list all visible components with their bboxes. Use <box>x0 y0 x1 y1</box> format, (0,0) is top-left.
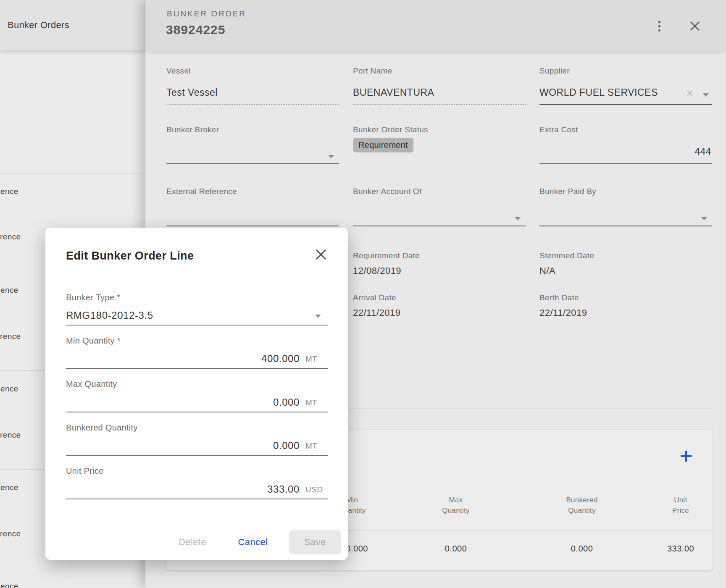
bunker-type-field[interactable]: Bunker Type * RMG180-2012-3.5 <box>66 293 328 326</box>
vessel-field: Vessel Test Vessel <box>166 66 339 105</box>
cell-bunkered-quantity: 0.000 <box>540 544 624 554</box>
stemmed-date-value: N/A <box>539 265 594 276</box>
status-badge: Requirement <box>353 138 413 152</box>
list-item[interactable]: ence <box>0 187 18 196</box>
bunker-broker-field[interactable]: Bunker Broker <box>166 125 339 164</box>
external-reference-label: External Reference <box>166 187 237 196</box>
list-divider <box>0 568 145 568</box>
bunker-paid-by-dropdown-caret-icon[interactable] <box>701 217 707 220</box>
berth-date-value: 22/11/2019 <box>539 307 587 318</box>
max-quantity-value: 0.000 <box>273 396 300 408</box>
requirement-date-value: 12/08/2019 <box>353 265 420 276</box>
cell-max-quantity: 0.000 <box>414 544 498 554</box>
bunker-account-of-field[interactable]: Bunker Account Of <box>353 187 526 226</box>
list-item[interactable]: ence <box>0 286 18 295</box>
list-item[interactable]: rence <box>0 232 21 242</box>
bunker-broker-dropdown-caret-icon[interactable] <box>328 155 334 158</box>
bunker-type-dropdown-caret-icon[interactable] <box>315 315 321 318</box>
bunkered-quantity-field[interactable]: Bunkered Quantity 0.000 MT <box>66 423 328 456</box>
bunker-type-label: Bunker Type * <box>66 293 120 302</box>
arrival-date-label: Arrival Date <box>353 293 400 302</box>
unit-price-field[interactable]: Unit Price 333.00 USD <box>66 466 328 499</box>
cell-unit-price: 333.00 <box>639 544 723 554</box>
kebab-menu-button[interactable] <box>651 18 668 34</box>
extra-cost-value: 444 <box>694 146 711 158</box>
port-name-field: Port Name BUENAVENTURA <box>353 66 526 105</box>
min-quantity-field[interactable]: Min Quantity * 400.000 MT <box>66 336 328 369</box>
port-name-label: Port Name <box>353 66 392 76</box>
extra-cost-field[interactable]: Extra Cost 444 <box>539 125 712 164</box>
bunker-account-of-dropdown-caret-icon[interactable] <box>515 217 521 220</box>
unit-price-value: 333.00 <box>267 483 300 495</box>
column-header-bunkered-quantity: Bunkered Quantity <box>540 495 624 516</box>
port-name-value: BUENAVENTURA <box>353 87 434 98</box>
supplier-dropdown-caret-icon[interactable] <box>703 93 709 97</box>
bunker-paid-by-field[interactable]: Bunker Paid By <box>539 187 712 226</box>
dialog-title: Edit Bunker Order Line <box>66 249 194 262</box>
kebab-icon <box>658 21 660 32</box>
supplier-clear-icon[interactable]: ✕ <box>686 88 694 99</box>
stemmed-date-label: Stemmed Date <box>539 251 594 260</box>
close-icon <box>689 21 700 32</box>
bunker-paid-by-label: Bunker Paid By <box>539 187 596 196</box>
close-icon <box>315 248 327 261</box>
arrival-date: Arrival Date 22/11/2019 <box>353 293 400 318</box>
list-item[interactable]: ence <box>0 582 18 588</box>
bunker-orders-header: Bunker Orders <box>0 0 145 50</box>
list-item[interactable]: rence <box>0 430 21 440</box>
cancel-button[interactable]: Cancel <box>228 530 278 554</box>
dialog-actions: Delete Cancel Save <box>45 530 348 554</box>
delete-button[interactable]: Delete <box>167 530 218 554</box>
external-reference-field[interactable]: External Reference <box>166 187 339 226</box>
extra-cost-label: Extra Cost <box>539 125 578 134</box>
bunker-order-status-label: Bunker Order Status <box>353 125 428 134</box>
list-item[interactable]: rence <box>0 529 21 538</box>
list-item[interactable]: ence <box>0 483 18 492</box>
min-quantity-value: 400.000 <box>261 353 300 365</box>
requirement-date: Requirement Date 12/08/2019 <box>353 251 420 276</box>
plus-icon <box>680 450 692 462</box>
save-button[interactable]: Save <box>289 530 341 554</box>
supplier-field[interactable]: Supplier WORLD FUEL SERVICES ✕ <box>539 66 712 105</box>
vessel-value: Test Vessel <box>166 87 218 98</box>
page-title: Bunker Orders <box>8 20 69 31</box>
bunkered-quantity-unit: MT <box>305 441 317 451</box>
berth-date: Berth Date 22/11/2019 <box>539 293 587 318</box>
bunker-order-status-field: Bunker Order Status Requirement <box>353 125 526 163</box>
requirement-date-label: Requirement Date <box>353 251 420 260</box>
screen: Bunker Orders ence rence ence rence ence… <box>0 0 726 588</box>
max-quantity-field[interactable]: Max Quantity 0.000 MT <box>66 379 328 412</box>
panel-close-button[interactable] <box>687 18 703 34</box>
bunker-type-value: RMG180-2012-3.5 <box>66 310 153 321</box>
bunker-account-of-label: Bunker Account Of <box>353 187 422 196</box>
add-line-button[interactable] <box>679 449 694 464</box>
bunker-broker-label: Bunker Broker <box>166 125 219 134</box>
bunkered-quantity-label: Bunkered Quantity <box>66 423 138 433</box>
bunker-order-panel-header: BUNKER ORDER 38924225 <box>145 0 726 52</box>
stemmed-date: Stemmed Date N/A <box>539 251 594 276</box>
panel-eyebrow: BUNKER ORDER <box>167 9 246 18</box>
max-quantity-unit: MT <box>305 398 317 407</box>
berth-date-label: Berth Date <box>539 293 587 302</box>
list-item[interactable]: rence <box>0 332 21 341</box>
unit-price-currency: USD <box>305 485 323 494</box>
unit-price-label: Unit Price <box>66 466 104 476</box>
list-divider <box>0 173 145 173</box>
arrival-date-value: 22/11/2019 <box>353 307 400 318</box>
min-quantity-unit: MT <box>305 354 317 364</box>
supplier-value: WORLD FUEL SERVICES <box>539 87 658 98</box>
vessel-label: Vessel <box>166 66 191 76</box>
column-header-max-quantity: Max Quantity <box>414 495 498 516</box>
bunkered-quantity-value: 0.000 <box>273 440 300 452</box>
order-id: 38924225 <box>166 23 225 37</box>
supplier-label: Supplier <box>539 66 570 76</box>
column-header-unit-price: Unit Price <box>639 495 723 516</box>
dialog-close-button[interactable] <box>313 246 329 263</box>
edit-bunker-order-line-dialog: Edit Bunker Order Line Bunker Type * RMG… <box>45 228 348 560</box>
list-item[interactable]: ence <box>0 384 18 394</box>
min-quantity-label: Min Quantity * <box>66 336 121 346</box>
max-quantity-label: Max Quantity <box>66 379 117 389</box>
